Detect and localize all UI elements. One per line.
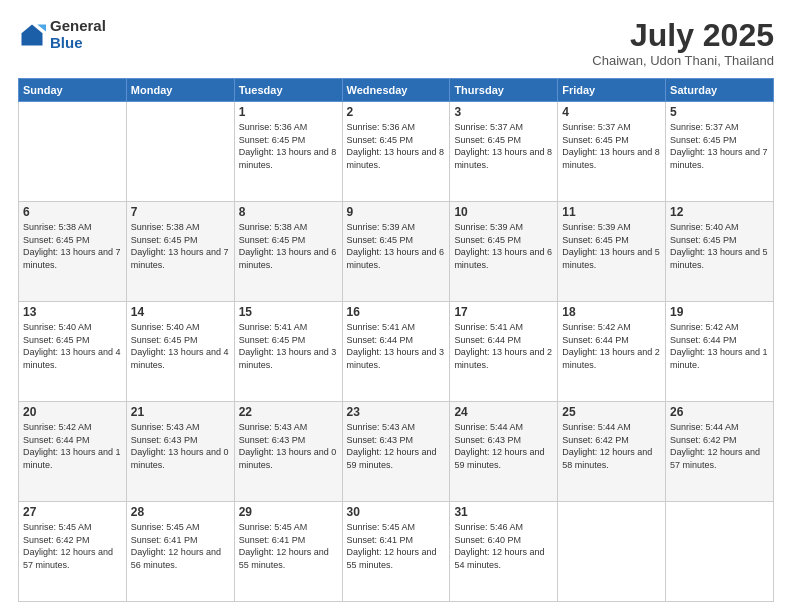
logo-blue-text: Blue [50, 35, 106, 52]
day-info: Sunrise: 5:36 AM Sunset: 6:45 PM Dayligh… [347, 121, 446, 171]
weekday-header-row: SundayMondayTuesdayWednesdayThursdayFrid… [19, 79, 774, 102]
calendar-cell: 9Sunrise: 5:39 AM Sunset: 6:45 PM Daylig… [342, 202, 450, 302]
day-number: 13 [23, 305, 122, 319]
day-info: Sunrise: 5:38 AM Sunset: 6:45 PM Dayligh… [239, 221, 338, 271]
calendar-table: SundayMondayTuesdayWednesdayThursdayFrid… [18, 78, 774, 602]
calendar-cell: 13Sunrise: 5:40 AM Sunset: 6:45 PM Dayli… [19, 302, 127, 402]
calendar-week-2: 6Sunrise: 5:38 AM Sunset: 6:45 PM Daylig… [19, 202, 774, 302]
day-info: Sunrise: 5:40 AM Sunset: 6:45 PM Dayligh… [670, 221, 769, 271]
day-info: Sunrise: 5:45 AM Sunset: 6:42 PM Dayligh… [23, 521, 122, 571]
calendar-cell: 29Sunrise: 5:45 AM Sunset: 6:41 PM Dayli… [234, 502, 342, 602]
day-info: Sunrise: 5:42 AM Sunset: 6:44 PM Dayligh… [670, 321, 769, 371]
page: General Blue July 2025 Chaiwan, Udon Tha… [0, 0, 792, 612]
calendar-cell: 22Sunrise: 5:43 AM Sunset: 6:43 PM Dayli… [234, 402, 342, 502]
calendar-cell: 11Sunrise: 5:39 AM Sunset: 6:45 PM Dayli… [558, 202, 666, 302]
calendar-cell: 5Sunrise: 5:37 AM Sunset: 6:45 PM Daylig… [666, 102, 774, 202]
day-info: Sunrise: 5:37 AM Sunset: 6:45 PM Dayligh… [562, 121, 661, 171]
calendar-cell: 28Sunrise: 5:45 AM Sunset: 6:41 PM Dayli… [126, 502, 234, 602]
calendar-cell: 20Sunrise: 5:42 AM Sunset: 6:44 PM Dayli… [19, 402, 127, 502]
day-info: Sunrise: 5:45 AM Sunset: 6:41 PM Dayligh… [239, 521, 338, 571]
calendar-cell: 10Sunrise: 5:39 AM Sunset: 6:45 PM Dayli… [450, 202, 558, 302]
calendar-cell: 17Sunrise: 5:41 AM Sunset: 6:44 PM Dayli… [450, 302, 558, 402]
weekday-header-monday: Monday [126, 79, 234, 102]
day-number: 6 [23, 205, 122, 219]
calendar-cell [666, 502, 774, 602]
svg-marker-0 [22, 24, 43, 45]
day-number: 12 [670, 205, 769, 219]
calendar-cell [19, 102, 127, 202]
calendar-week-1: 1Sunrise: 5:36 AM Sunset: 6:45 PM Daylig… [19, 102, 774, 202]
logo-icon [18, 21, 46, 49]
weekday-header-thursday: Thursday [450, 79, 558, 102]
day-info: Sunrise: 5:43 AM Sunset: 6:43 PM Dayligh… [131, 421, 230, 471]
weekday-header-sunday: Sunday [19, 79, 127, 102]
calendar-cell: 15Sunrise: 5:41 AM Sunset: 6:45 PM Dayli… [234, 302, 342, 402]
day-info: Sunrise: 5:39 AM Sunset: 6:45 PM Dayligh… [347, 221, 446, 271]
day-info: Sunrise: 5:44 AM Sunset: 6:42 PM Dayligh… [670, 421, 769, 471]
day-number: 21 [131, 405, 230, 419]
day-info: Sunrise: 5:44 AM Sunset: 6:43 PM Dayligh… [454, 421, 553, 471]
calendar-week-4: 20Sunrise: 5:42 AM Sunset: 6:44 PM Dayli… [19, 402, 774, 502]
day-number: 24 [454, 405, 553, 419]
day-number: 22 [239, 405, 338, 419]
day-number: 29 [239, 505, 338, 519]
day-number: 15 [239, 305, 338, 319]
day-info: Sunrise: 5:39 AM Sunset: 6:45 PM Dayligh… [562, 221, 661, 271]
day-number: 11 [562, 205, 661, 219]
calendar-cell: 21Sunrise: 5:43 AM Sunset: 6:43 PM Dayli… [126, 402, 234, 502]
day-number: 1 [239, 105, 338, 119]
day-number: 18 [562, 305, 661, 319]
calendar-week-3: 13Sunrise: 5:40 AM Sunset: 6:45 PM Dayli… [19, 302, 774, 402]
calendar-cell: 2Sunrise: 5:36 AM Sunset: 6:45 PM Daylig… [342, 102, 450, 202]
calendar-cell: 24Sunrise: 5:44 AM Sunset: 6:43 PM Dayli… [450, 402, 558, 502]
logo-general-text: General [50, 18, 106, 35]
day-info: Sunrise: 5:45 AM Sunset: 6:41 PM Dayligh… [131, 521, 230, 571]
day-info: Sunrise: 5:42 AM Sunset: 6:44 PM Dayligh… [562, 321, 661, 371]
calendar-cell: 8Sunrise: 5:38 AM Sunset: 6:45 PM Daylig… [234, 202, 342, 302]
calendar-cell: 25Sunrise: 5:44 AM Sunset: 6:42 PM Dayli… [558, 402, 666, 502]
calendar-cell: 27Sunrise: 5:45 AM Sunset: 6:42 PM Dayli… [19, 502, 127, 602]
day-number: 20 [23, 405, 122, 419]
calendar-cell [126, 102, 234, 202]
day-info: Sunrise: 5:42 AM Sunset: 6:44 PM Dayligh… [23, 421, 122, 471]
day-number: 23 [347, 405, 446, 419]
day-number: 17 [454, 305, 553, 319]
calendar-title: July 2025 [592, 18, 774, 53]
calendar-cell: 7Sunrise: 5:38 AM Sunset: 6:45 PM Daylig… [126, 202, 234, 302]
day-number: 14 [131, 305, 230, 319]
day-info: Sunrise: 5:38 AM Sunset: 6:45 PM Dayligh… [23, 221, 122, 271]
day-number: 19 [670, 305, 769, 319]
day-info: Sunrise: 5:40 AM Sunset: 6:45 PM Dayligh… [131, 321, 230, 371]
weekday-header-wednesday: Wednesday [342, 79, 450, 102]
day-number: 16 [347, 305, 446, 319]
day-info: Sunrise: 5:38 AM Sunset: 6:45 PM Dayligh… [131, 221, 230, 271]
day-number: 2 [347, 105, 446, 119]
day-info: Sunrise: 5:45 AM Sunset: 6:41 PM Dayligh… [347, 521, 446, 571]
calendar-cell: 12Sunrise: 5:40 AM Sunset: 6:45 PM Dayli… [666, 202, 774, 302]
day-info: Sunrise: 5:40 AM Sunset: 6:45 PM Dayligh… [23, 321, 122, 371]
calendar-location: Chaiwan, Udon Thani, Thailand [592, 53, 774, 68]
day-number: 8 [239, 205, 338, 219]
calendar-cell: 1Sunrise: 5:36 AM Sunset: 6:45 PM Daylig… [234, 102, 342, 202]
day-info: Sunrise: 5:39 AM Sunset: 6:45 PM Dayligh… [454, 221, 553, 271]
logo-text: General Blue [50, 18, 106, 51]
calendar-cell: 4Sunrise: 5:37 AM Sunset: 6:45 PM Daylig… [558, 102, 666, 202]
calendar-cell: 14Sunrise: 5:40 AM Sunset: 6:45 PM Dayli… [126, 302, 234, 402]
day-info: Sunrise: 5:43 AM Sunset: 6:43 PM Dayligh… [239, 421, 338, 471]
day-number: 7 [131, 205, 230, 219]
calendar-cell: 30Sunrise: 5:45 AM Sunset: 6:41 PM Dayli… [342, 502, 450, 602]
calendar-cell: 23Sunrise: 5:43 AM Sunset: 6:43 PM Dayli… [342, 402, 450, 502]
day-number: 30 [347, 505, 446, 519]
header: General Blue July 2025 Chaiwan, Udon Tha… [18, 18, 774, 68]
day-number: 10 [454, 205, 553, 219]
calendar-cell: 16Sunrise: 5:41 AM Sunset: 6:44 PM Dayli… [342, 302, 450, 402]
day-number: 27 [23, 505, 122, 519]
calendar-cell: 19Sunrise: 5:42 AM Sunset: 6:44 PM Dayli… [666, 302, 774, 402]
title-block: July 2025 Chaiwan, Udon Thani, Thailand [592, 18, 774, 68]
calendar-cell: 26Sunrise: 5:44 AM Sunset: 6:42 PM Dayli… [666, 402, 774, 502]
calendar-week-5: 27Sunrise: 5:45 AM Sunset: 6:42 PM Dayli… [19, 502, 774, 602]
calendar-cell [558, 502, 666, 602]
day-info: Sunrise: 5:46 AM Sunset: 6:40 PM Dayligh… [454, 521, 553, 571]
day-number: 26 [670, 405, 769, 419]
day-info: Sunrise: 5:44 AM Sunset: 6:42 PM Dayligh… [562, 421, 661, 471]
